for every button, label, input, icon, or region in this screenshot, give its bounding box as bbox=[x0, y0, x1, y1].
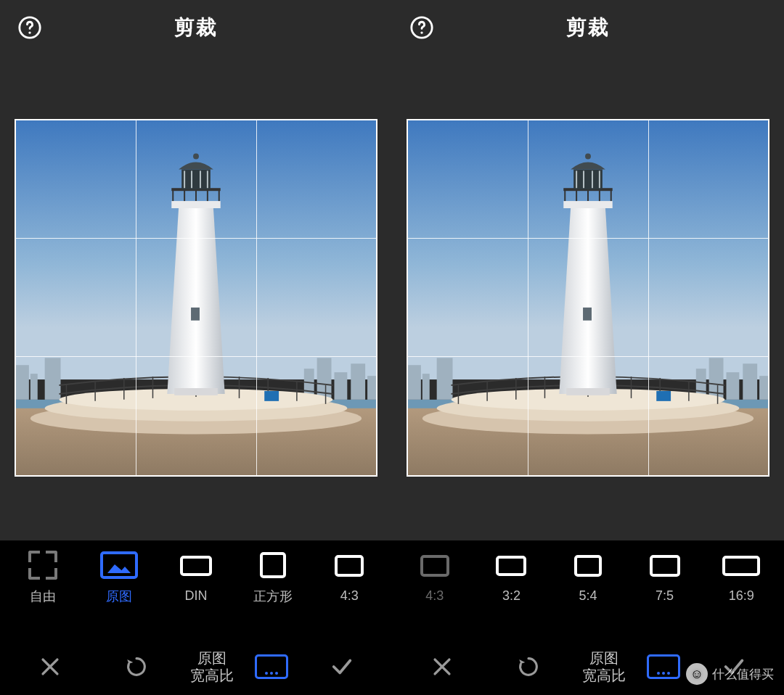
cancel-button[interactable] bbox=[409, 645, 475, 688]
bottom-toolbar: 原图 宽高比 bbox=[0, 638, 392, 695]
rect-icon bbox=[260, 552, 286, 578]
ar-text-line1: 原图 bbox=[582, 649, 626, 667]
free-crop-icon bbox=[28, 551, 57, 580]
aspect-ratio-button[interactable]: 原图 宽高比 bbox=[190, 649, 234, 684]
ratio-label: 正方形 bbox=[253, 588, 293, 605]
help-button[interactable] bbox=[409, 15, 434, 40]
ratio-label: 4:3 bbox=[425, 588, 444, 604]
bottom-toolbar: 原图 宽高比 bbox=[392, 638, 784, 695]
check-icon bbox=[722, 654, 746, 679]
svg-rect-11 bbox=[351, 363, 365, 400]
ratio-3-2[interactable]: 3:2 bbox=[481, 552, 542, 604]
svg-rect-27 bbox=[171, 201, 220, 208]
check-icon bbox=[330, 654, 354, 679]
pane-right: 剪裁 bbox=[392, 0, 784, 695]
svg-rect-25 bbox=[174, 387, 218, 395]
ratio-label: 自由 bbox=[30, 588, 56, 605]
svg-point-80 bbox=[585, 153, 591, 159]
ratio-original[interactable]: 原图 bbox=[89, 551, 150, 605]
svg-point-39 bbox=[193, 153, 199, 159]
ratio-label: 7:5 bbox=[656, 588, 674, 604]
aspect-ratio-icon[interactable] bbox=[647, 654, 680, 679]
ratio-4-3[interactable]: 4:3 bbox=[319, 552, 380, 604]
pane-left: 剪裁 bbox=[0, 0, 392, 695]
help-button[interactable] bbox=[17, 15, 42, 40]
header: 剪裁 bbox=[0, 0, 392, 54]
svg-rect-10 bbox=[334, 372, 347, 400]
svg-rect-34 bbox=[181, 169, 211, 189]
ratio-4-3[interactable]: 4:3 bbox=[404, 552, 465, 604]
rotate-button[interactable] bbox=[104, 645, 169, 688]
aspect-ratio-button[interactable]: 原图 宽高比 bbox=[582, 649, 626, 684]
header: 剪裁 bbox=[392, 0, 784, 54]
rotate-icon bbox=[124, 654, 149, 679]
aspect-ratio-strip: 自由 原图 DIN 正方形 4:3 bbox=[0, 540, 392, 615]
svg-rect-47 bbox=[422, 374, 430, 400]
ar-text-line2: 宽高比 bbox=[582, 667, 626, 684]
svg-rect-75 bbox=[573, 169, 603, 189]
close-icon bbox=[38, 654, 62, 679]
page-title: 剪裁 bbox=[566, 14, 610, 41]
crop-photo[interactable] bbox=[15, 119, 377, 477]
ar-text-line1: 原图 bbox=[190, 649, 234, 667]
canvas-area[interactable] bbox=[0, 54, 392, 548]
svg-rect-5 bbox=[16, 365, 29, 400]
canvas-area[interactable] bbox=[392, 54, 784, 548]
lighthouse-image bbox=[408, 120, 768, 475]
ratio-label: 5:4 bbox=[579, 588, 597, 604]
close-icon bbox=[430, 654, 454, 679]
aspect-ratio-strip: 4:3 3:2 5:4 7:5 16:9 bbox=[392, 540, 784, 615]
svg-point-1 bbox=[28, 31, 30, 33]
svg-rect-6 bbox=[30, 374, 38, 400]
svg-rect-53 bbox=[759, 376, 768, 400]
ratio-free[interactable]: 自由 bbox=[12, 551, 73, 605]
svg-rect-51 bbox=[726, 372, 739, 400]
rotate-icon bbox=[516, 654, 541, 679]
ratio-16-9[interactable]: 16:9 bbox=[711, 552, 772, 604]
ratio-5-4[interactable]: 5:4 bbox=[558, 552, 618, 604]
svg-rect-26 bbox=[191, 307, 200, 320]
confirm-button[interactable] bbox=[701, 645, 767, 688]
confirm-button[interactable] bbox=[309, 645, 375, 688]
aspect-ratio-icon[interactable] bbox=[255, 654, 288, 679]
svg-rect-67 bbox=[583, 307, 592, 320]
svg-rect-7 bbox=[45, 358, 61, 400]
svg-rect-12 bbox=[367, 376, 376, 400]
ratio-label: 4:3 bbox=[340, 588, 359, 604]
ratio-7-5[interactable]: 7:5 bbox=[634, 552, 695, 604]
svg-rect-81 bbox=[656, 390, 671, 400]
rect-icon bbox=[180, 556, 212, 576]
lighthouse-image bbox=[16, 120, 376, 475]
help-circle-icon bbox=[17, 15, 42, 40]
svg-rect-48 bbox=[437, 358, 453, 400]
ratio-square[interactable]: 正方形 bbox=[242, 551, 303, 605]
page-title: 剪裁 bbox=[174, 14, 218, 41]
rect-icon bbox=[650, 555, 680, 577]
svg-point-42 bbox=[420, 31, 422, 33]
ratio-label: DIN bbox=[184, 588, 207, 604]
svg-rect-66 bbox=[566, 387, 610, 395]
svg-rect-40 bbox=[264, 390, 279, 400]
rotate-button[interactable] bbox=[496, 645, 561, 688]
svg-rect-68 bbox=[563, 201, 612, 208]
ratio-label: 3:2 bbox=[502, 588, 520, 604]
svg-rect-52 bbox=[743, 363, 757, 400]
svg-rect-46 bbox=[408, 365, 421, 400]
ratio-din[interactable]: DIN bbox=[166, 552, 226, 604]
help-circle-icon bbox=[409, 15, 434, 40]
rect-icon bbox=[496, 556, 526, 576]
cancel-button[interactable] bbox=[17, 645, 83, 688]
ratio-label: 原图 bbox=[106, 588, 132, 605]
rect-icon bbox=[722, 556, 760, 576]
rect-icon bbox=[574, 555, 602, 577]
ratio-label: 16:9 bbox=[729, 588, 754, 604]
rect-icon bbox=[420, 555, 449, 577]
rect-icon bbox=[335, 555, 364, 577]
ar-text-line2: 宽高比 bbox=[190, 667, 234, 684]
original-icon bbox=[100, 551, 138, 579]
crop-photo[interactable] bbox=[407, 119, 769, 477]
